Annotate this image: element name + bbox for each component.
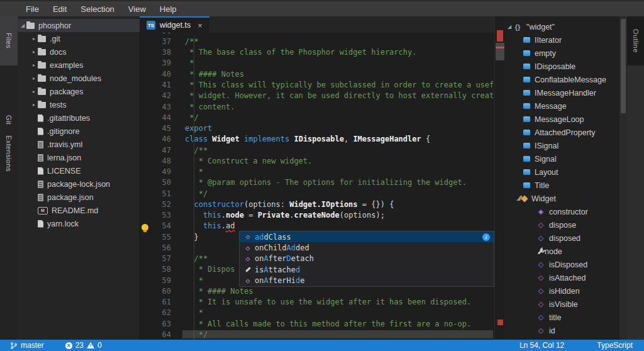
code-line-47[interactable]: 47 /** <box>140 145 494 156</box>
outline-item-isignal[interactable]: ISignal <box>504 139 619 152</box>
git-branch-indicator[interactable]: master <box>5 340 49 351</box>
tree-item-label: .gitattributes <box>47 114 90 123</box>
tab-close-icon[interactable]: × <box>197 21 203 30</box>
tree-item-travis-yml[interactable]: .travis.yml <box>18 138 140 151</box>
code-line-48[interactable]: 48 * Construct a new widget. <box>140 156 494 167</box>
activity-tab-extensions[interactable]: Extensions <box>0 128 18 179</box>
outline-item-node[interactable]: node <box>504 245 619 258</box>
suggest-item-isattached[interactable]: isAttached <box>240 264 494 275</box>
tab-widget-ts[interactable]: TS widget.ts × <box>140 16 209 33</box>
menu-help[interactable]: Help <box>153 4 184 14</box>
outline-tab[interactable]: Outline <box>627 16 644 65</box>
file-icon <box>38 220 43 228</box>
overview-ruler[interactable] <box>494 16 504 340</box>
outline-item-message[interactable]: Message <box>504 99 619 113</box>
code-line-50[interactable]: 50 * @param options - The options for in… <box>140 177 494 188</box>
language-mode[interactable]: TypeScript <box>592 340 638 351</box>
outline-item-signal[interactable]: Signal <box>504 152 619 165</box>
code-line-45[interactable]: 45export <box>140 123 494 134</box>
suggest-item-onchildadded[interactable]: ◇onChildAdded <box>240 242 494 253</box>
menu-file[interactable]: File <box>19 4 46 14</box>
tree-item-phosphor[interactable]: ◢phosphor <box>18 19 140 32</box>
outline-item-imessagehandler[interactable]: IMessageHandler <box>504 86 619 99</box>
outline-item-isattached[interactable]: ◇isAttached <box>504 271 619 284</box>
problems-indicator[interactable]: ✕ 23 ! 0 <box>60 340 107 351</box>
code-line-43[interactable]: 43 * content. <box>140 102 494 113</box>
tree-item-label: .travis.yml <box>47 140 82 149</box>
activity-tab-git[interactable]: Git <box>0 109 18 131</box>
menu-selection[interactable]: Selection <box>74 4 121 14</box>
code-token: IDisposable <box>294 135 343 143</box>
outline-item-attachedproperty[interactable]: AttachedProperty <box>504 126 619 139</box>
suggest-item-addclass[interactable]: ◇addClassi <box>240 231 494 242</box>
code-line-63[interactable]: 63 * All calls made to this method after… <box>140 319 494 330</box>
outline-item-widget[interactable]: ◢{}"widget" <box>504 20 619 33</box>
outline-item-id[interactable]: ◇id <box>504 324 619 337</box>
outline-item-isdisposed[interactable]: ◇isDisposed <box>504 258 619 271</box>
editor[interactable]: 3637/**38 * The base class of the Phosph… <box>140 16 494 340</box>
tree-item-docs[interactable]: ▸docs <box>18 45 140 58</box>
outline-item-label: empty <box>535 49 556 58</box>
outline-item-ishidden[interactable]: ◇isHidden <box>504 284 619 298</box>
code-text: * <box>185 308 203 318</box>
outline-item-idisposable[interactable]: IDisposable <box>504 60 619 73</box>
outline-item-constructor[interactable]: ◈constructor <box>504 205 619 218</box>
tree-item-license[interactable]: LICENSE <box>18 164 140 177</box>
code-line-51[interactable]: 51 */ <box>140 189 494 199</box>
code-line-38[interactable]: 38 * The base class of the Phosphor widg… <box>140 47 494 58</box>
cursor-position[interactable]: Ln 54, Col 12 <box>514 340 569 351</box>
suggest-item-onafterdetach[interactable]: ◇onAfterDetach <box>240 254 494 264</box>
code-line-49[interactable]: 49 * <box>140 167 494 177</box>
horizontal-scrollbar[interactable] <box>182 330 493 338</box>
lightbulb-icon[interactable] <box>142 224 148 231</box>
tree-item-gitignore[interactable]: .gitignore <box>18 125 140 138</box>
code-text: class Widget implements IDisposable, IMe… <box>185 134 430 145</box>
code-line-53[interactable]: 53 this.node = Private.createNode(option… <box>140 210 494 221</box>
code-line-41[interactable]: 41 * This class will typically be subcla… <box>140 80 494 91</box>
tree-item-yarn-lock[interactable]: yarn.lock <box>18 217 140 230</box>
code-line-61[interactable]: 61 * It is unsafe to use the widget afte… <box>140 297 494 308</box>
code-line-46[interactable]: 46class Widget implements IDisposable, I… <box>140 134 494 145</box>
outline-item-iiterator[interactable]: IIterator <box>504 33 619 47</box>
outline-item-widget[interactable]: ◢Widget <box>504 192 619 205</box>
outline-item-conflatablemessage[interactable]: ConflatableMessage <box>504 73 619 86</box>
menu-edit[interactable]: Edit <box>46 4 74 14</box>
tree-item-package-json[interactable]: package.json <box>18 191 140 204</box>
activity-tab-files[interactable]: Files <box>0 16 18 65</box>
code-line-52[interactable]: 52 constructor(options: Widget.IOptions … <box>140 199 494 210</box>
code-line-62[interactable]: 62 * <box>140 308 494 318</box>
outline-item-isvisible[interactable]: ◇isVisible <box>504 298 619 311</box>
outline-item-layout[interactable]: Layout <box>504 165 619 179</box>
tree-item-examples[interactable]: ▸examples <box>18 58 140 72</box>
activity-tab-files-label: Files <box>5 33 13 48</box>
tree-item-lerna-json[interactable]: lerna.json <box>18 151 140 164</box>
tree-item-tests[interactable]: ▸tests <box>18 98 140 111</box>
code-line-42[interactable]: 42 * widget. However, it can be used dir… <box>140 91 494 101</box>
outline-item-disposed[interactable]: ◇disposed <box>504 231 619 245</box>
outline-item-label: IDisposable <box>535 62 575 71</box>
tree-item-gitattributes[interactable]: .gitattributes <box>18 111 140 125</box>
code-line-40[interactable]: 40 * #### Notes <box>140 69 494 80</box>
outline-item-title[interactable]: Title <box>504 179 619 192</box>
info-icon[interactable]: i <box>482 233 490 241</box>
outline-scrollbar-thumb[interactable] <box>621 19 626 113</box>
scrollbar-thumb[interactable] <box>496 43 504 60</box>
outline-tab-label: Outline <box>632 29 640 53</box>
outline-scrollbar[interactable] <box>619 16 627 340</box>
outline-item-messageloop[interactable]: MessageLoop <box>504 113 619 126</box>
code-line-39[interactable]: 39 * <box>140 58 494 69</box>
outline-item-title[interactable]: ◇title <box>504 311 619 324</box>
code-line-44[interactable]: 44 */ <box>140 113 494 123</box>
outline-item-label: node <box>545 247 562 256</box>
tree-item-git[interactable]: ▸.git <box>18 32 140 45</box>
tree-item-readme-md[interactable]: MREADME.md <box>18 204 140 217</box>
outline-item-dispose[interactable]: ◇dispose <box>504 218 619 231</box>
menu-view[interactable]: View <box>121 4 153 14</box>
code-line-37[interactable]: 37/** <box>140 36 494 47</box>
suggest-item-onafterhide[interactable]: ◇onAfterHide <box>240 276 494 286</box>
code-line-60[interactable]: 60 * #### Notes <box>140 286 494 297</box>
tree-item-package-lock-json[interactable]: package-lock.json <box>18 177 140 191</box>
tree-item-node-modules[interactable]: ▸node_modules <box>18 72 140 85</box>
outline-item-empty[interactable]: empty <box>504 47 619 60</box>
tree-item-packages[interactable]: ▸packages <box>18 85 140 98</box>
